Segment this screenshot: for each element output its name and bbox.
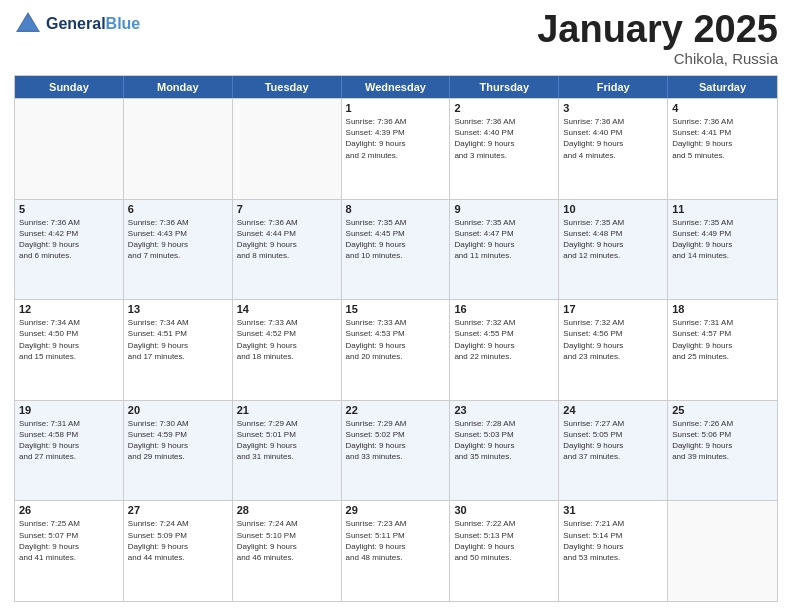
day-info: Sunrise: 7:35 AM Sunset: 4:49 PM Dayligh… bbox=[672, 217, 773, 262]
day-info: Sunrise: 7:30 AM Sunset: 4:59 PM Dayligh… bbox=[128, 418, 228, 463]
week-row-5: 26Sunrise: 7:25 AM Sunset: 5:07 PM Dayli… bbox=[15, 500, 777, 601]
day-number: 25 bbox=[672, 404, 773, 416]
day-number: 11 bbox=[672, 203, 773, 215]
day-cell-10: 10Sunrise: 7:35 AM Sunset: 4:48 PM Dayli… bbox=[559, 200, 668, 300]
empty-cell bbox=[233, 99, 342, 199]
day-number: 10 bbox=[563, 203, 663, 215]
day-number: 17 bbox=[563, 303, 663, 315]
day-info: Sunrise: 7:23 AM Sunset: 5:11 PM Dayligh… bbox=[346, 518, 446, 563]
header-day-saturday: Saturday bbox=[668, 76, 777, 98]
calendar-header-row: SundayMondayTuesdayWednesdayThursdayFrid… bbox=[15, 76, 777, 98]
day-info: Sunrise: 7:36 AM Sunset: 4:43 PM Dayligh… bbox=[128, 217, 228, 262]
day-cell-29: 29Sunrise: 7:23 AM Sunset: 5:11 PM Dayli… bbox=[342, 501, 451, 601]
header-day-thursday: Thursday bbox=[450, 76, 559, 98]
logo-text: GeneralBlue bbox=[46, 15, 140, 33]
day-cell-1: 1Sunrise: 7:36 AM Sunset: 4:39 PM Daylig… bbox=[342, 99, 451, 199]
day-number: 21 bbox=[237, 404, 337, 416]
day-cell-19: 19Sunrise: 7:31 AM Sunset: 4:58 PM Dayli… bbox=[15, 401, 124, 501]
day-info: Sunrise: 7:29 AM Sunset: 5:01 PM Dayligh… bbox=[237, 418, 337, 463]
header-day-sunday: Sunday bbox=[15, 76, 124, 98]
day-info: Sunrise: 7:27 AM Sunset: 5:05 PM Dayligh… bbox=[563, 418, 663, 463]
day-cell-27: 27Sunrise: 7:24 AM Sunset: 5:09 PM Dayli… bbox=[124, 501, 233, 601]
day-number: 23 bbox=[454, 404, 554, 416]
day-number: 20 bbox=[128, 404, 228, 416]
day-info: Sunrise: 7:36 AM Sunset: 4:42 PM Dayligh… bbox=[19, 217, 119, 262]
week-row-2: 5Sunrise: 7:36 AM Sunset: 4:42 PM Daylig… bbox=[15, 199, 777, 300]
day-number: 1 bbox=[346, 102, 446, 114]
day-cell-13: 13Sunrise: 7:34 AM Sunset: 4:51 PM Dayli… bbox=[124, 300, 233, 400]
day-info: Sunrise: 7:24 AM Sunset: 5:09 PM Dayligh… bbox=[128, 518, 228, 563]
day-cell-17: 17Sunrise: 7:32 AM Sunset: 4:56 PM Dayli… bbox=[559, 300, 668, 400]
day-cell-21: 21Sunrise: 7:29 AM Sunset: 5:01 PM Dayli… bbox=[233, 401, 342, 501]
header-day-monday: Monday bbox=[124, 76, 233, 98]
day-cell-31: 31Sunrise: 7:21 AM Sunset: 5:14 PM Dayli… bbox=[559, 501, 668, 601]
calendar-body: 1Sunrise: 7:36 AM Sunset: 4:39 PM Daylig… bbox=[15, 98, 777, 601]
page: GeneralBlue January 2025 Chikola, Russia… bbox=[0, 0, 792, 612]
day-number: 7 bbox=[237, 203, 337, 215]
week-row-3: 12Sunrise: 7:34 AM Sunset: 4:50 PM Dayli… bbox=[15, 299, 777, 400]
day-cell-14: 14Sunrise: 7:33 AM Sunset: 4:52 PM Dayli… bbox=[233, 300, 342, 400]
day-number: 24 bbox=[563, 404, 663, 416]
day-number: 28 bbox=[237, 504, 337, 516]
header: GeneralBlue January 2025 Chikola, Russia bbox=[14, 10, 778, 67]
day-cell-26: 26Sunrise: 7:25 AM Sunset: 5:07 PM Dayli… bbox=[15, 501, 124, 601]
title-block: January 2025 Chikola, Russia bbox=[537, 10, 778, 67]
day-info: Sunrise: 7:34 AM Sunset: 4:50 PM Dayligh… bbox=[19, 317, 119, 362]
day-cell-18: 18Sunrise: 7:31 AM Sunset: 4:57 PM Dayli… bbox=[668, 300, 777, 400]
header-day-tuesday: Tuesday bbox=[233, 76, 342, 98]
day-cell-22: 22Sunrise: 7:29 AM Sunset: 5:02 PM Dayli… bbox=[342, 401, 451, 501]
day-info: Sunrise: 7:36 AM Sunset: 4:44 PM Dayligh… bbox=[237, 217, 337, 262]
day-number: 12 bbox=[19, 303, 119, 315]
logo-icon bbox=[14, 10, 42, 38]
day-cell-30: 30Sunrise: 7:22 AM Sunset: 5:13 PM Dayli… bbox=[450, 501, 559, 601]
day-info: Sunrise: 7:36 AM Sunset: 4:40 PM Dayligh… bbox=[454, 116, 554, 161]
day-info: Sunrise: 7:32 AM Sunset: 4:55 PM Dayligh… bbox=[454, 317, 554, 362]
day-info: Sunrise: 7:36 AM Sunset: 4:41 PM Dayligh… bbox=[672, 116, 773, 161]
day-number: 5 bbox=[19, 203, 119, 215]
day-cell-15: 15Sunrise: 7:33 AM Sunset: 4:53 PM Dayli… bbox=[342, 300, 451, 400]
day-number: 31 bbox=[563, 504, 663, 516]
day-number: 15 bbox=[346, 303, 446, 315]
header-day-wednesday: Wednesday bbox=[342, 76, 451, 98]
empty-cell bbox=[668, 501, 777, 601]
day-number: 19 bbox=[19, 404, 119, 416]
empty-cell bbox=[124, 99, 233, 199]
day-info: Sunrise: 7:21 AM Sunset: 5:14 PM Dayligh… bbox=[563, 518, 663, 563]
day-info: Sunrise: 7:35 AM Sunset: 4:47 PM Dayligh… bbox=[454, 217, 554, 262]
day-cell-5: 5Sunrise: 7:36 AM Sunset: 4:42 PM Daylig… bbox=[15, 200, 124, 300]
day-number: 6 bbox=[128, 203, 228, 215]
day-info: Sunrise: 7:34 AM Sunset: 4:51 PM Dayligh… bbox=[128, 317, 228, 362]
week-row-4: 19Sunrise: 7:31 AM Sunset: 4:58 PM Dayli… bbox=[15, 400, 777, 501]
day-cell-4: 4Sunrise: 7:36 AM Sunset: 4:41 PM Daylig… bbox=[668, 99, 777, 199]
day-cell-16: 16Sunrise: 7:32 AM Sunset: 4:55 PM Dayli… bbox=[450, 300, 559, 400]
day-number: 4 bbox=[672, 102, 773, 114]
day-info: Sunrise: 7:32 AM Sunset: 4:56 PM Dayligh… bbox=[563, 317, 663, 362]
day-number: 30 bbox=[454, 504, 554, 516]
day-cell-2: 2Sunrise: 7:36 AM Sunset: 4:40 PM Daylig… bbox=[450, 99, 559, 199]
logo: GeneralBlue bbox=[14, 10, 140, 38]
day-number: 9 bbox=[454, 203, 554, 215]
day-info: Sunrise: 7:35 AM Sunset: 4:48 PM Dayligh… bbox=[563, 217, 663, 262]
day-info: Sunrise: 7:31 AM Sunset: 4:58 PM Dayligh… bbox=[19, 418, 119, 463]
day-cell-11: 11Sunrise: 7:35 AM Sunset: 4:49 PM Dayli… bbox=[668, 200, 777, 300]
day-number: 3 bbox=[563, 102, 663, 114]
day-cell-12: 12Sunrise: 7:34 AM Sunset: 4:50 PM Dayli… bbox=[15, 300, 124, 400]
day-number: 26 bbox=[19, 504, 119, 516]
calendar: SundayMondayTuesdayWednesdayThursdayFrid… bbox=[14, 75, 778, 602]
day-info: Sunrise: 7:33 AM Sunset: 4:53 PM Dayligh… bbox=[346, 317, 446, 362]
day-info: Sunrise: 7:24 AM Sunset: 5:10 PM Dayligh… bbox=[237, 518, 337, 563]
day-cell-28: 28Sunrise: 7:24 AM Sunset: 5:10 PM Dayli… bbox=[233, 501, 342, 601]
day-info: Sunrise: 7:25 AM Sunset: 5:07 PM Dayligh… bbox=[19, 518, 119, 563]
day-cell-20: 20Sunrise: 7:30 AM Sunset: 4:59 PM Dayli… bbox=[124, 401, 233, 501]
day-number: 2 bbox=[454, 102, 554, 114]
day-cell-8: 8Sunrise: 7:35 AM Sunset: 4:45 PM Daylig… bbox=[342, 200, 451, 300]
day-number: 13 bbox=[128, 303, 228, 315]
title-month: January 2025 bbox=[537, 10, 778, 48]
day-info: Sunrise: 7:35 AM Sunset: 4:45 PM Dayligh… bbox=[346, 217, 446, 262]
day-info: Sunrise: 7:29 AM Sunset: 5:02 PM Dayligh… bbox=[346, 418, 446, 463]
title-location: Chikola, Russia bbox=[537, 50, 778, 67]
header-day-friday: Friday bbox=[559, 76, 668, 98]
week-row-1: 1Sunrise: 7:36 AM Sunset: 4:39 PM Daylig… bbox=[15, 98, 777, 199]
day-info: Sunrise: 7:36 AM Sunset: 4:39 PM Dayligh… bbox=[346, 116, 446, 161]
day-info: Sunrise: 7:36 AM Sunset: 4:40 PM Dayligh… bbox=[563, 116, 663, 161]
